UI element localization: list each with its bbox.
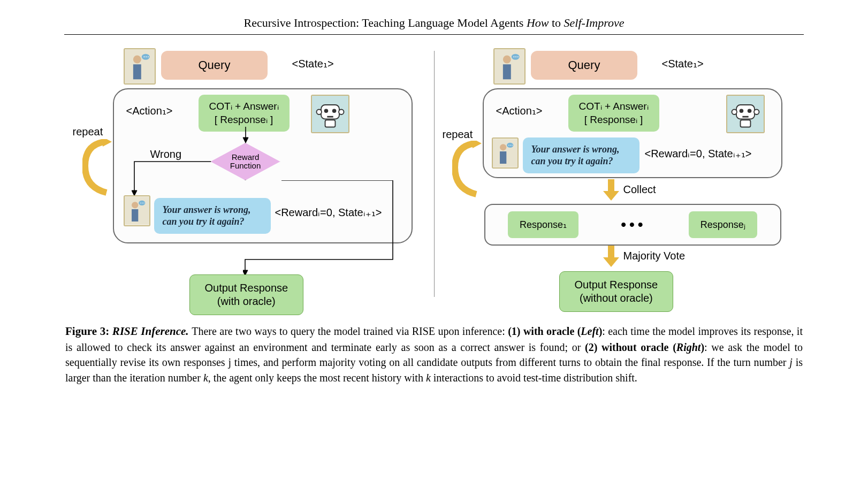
- caption-body-1: There are two ways to query the model tr…: [192, 325, 508, 337]
- svg-point-33: [739, 109, 743, 113]
- human-icon-small: [492, 137, 519, 169]
- repeat-label: repeat: [73, 126, 103, 138]
- dots: •••: [621, 216, 646, 233]
- robot-icon: [726, 95, 765, 133]
- left-panel: Query <State₁> <Action₁> COTᵢ + Answerᵢ …: [73, 45, 426, 313]
- collect-panel: Response₁ ••• Responseⱼ: [484, 204, 781, 246]
- query-box: Query: [161, 51, 268, 80]
- reward-state-label: <Rewardᵢ=0, Stateᵢ₊₁>: [645, 147, 752, 160]
- cot-line-1: COTᵢ + Answerᵢ: [209, 100, 279, 113]
- cot-box: COTᵢ + Answerᵢ [ Responseᵢ ]: [568, 95, 659, 132]
- repeat-arrow: [82, 139, 115, 198]
- output-line-1: Output Response: [205, 281, 288, 295]
- svg-marker-15: [243, 137, 248, 143]
- repeat-label: repeat: [443, 128, 473, 141]
- svg-point-9: [332, 109, 336, 113]
- reward-diamond: RewardFunction: [211, 143, 280, 180]
- caption-bold-1: (1) with oracle (: [508, 325, 581, 337]
- wrong-label: Wrong: [150, 148, 182, 161]
- state-label: <State₁>: [292, 57, 334, 70]
- diagram-container: Query <State₁> <Action₁> COTᵢ + Answerᵢ …: [64, 45, 804, 313]
- figure-caption: Figure 3: RISE Inference. There are two …: [64, 324, 804, 385]
- cot-line-1: COTᵢ + Answerᵢ: [579, 100, 649, 113]
- svg-point-22: [143, 203, 144, 204]
- collect-label: Collect: [623, 184, 656, 196]
- vertical-divider: [434, 51, 435, 297]
- figure-title: RISE Inference.: [109, 325, 192, 338]
- output-box: Output Response (with oracle): [189, 274, 304, 315]
- svg-rect-35: [742, 116, 748, 118]
- svg-rect-36: [740, 120, 750, 127]
- svg-point-12: [316, 110, 321, 114]
- cot-line-2: [ Responseᵢ ]: [579, 113, 649, 127]
- arrow-diamond-to-bubble: [132, 161, 212, 198]
- svg-point-8: [324, 109, 328, 113]
- title-mid: to: [549, 16, 564, 29]
- arrow-diamond-to-output: [243, 180, 403, 277]
- svg-point-37: [732, 110, 736, 114]
- svg-rect-10: [327, 116, 333, 118]
- title-italic-2: Self-Improve: [564, 16, 625, 29]
- query-box: Query: [531, 51, 638, 80]
- svg-point-42: [508, 145, 509, 146]
- output-line-2: (without oracle): [575, 292, 658, 305]
- svg-rect-48: [608, 246, 614, 258]
- svg-point-1: [133, 55, 141, 63]
- svg-point-38: [754, 110, 759, 114]
- response-j-box: Responseⱼ: [689, 211, 757, 238]
- output-line-1: Output Response: [575, 278, 658, 292]
- cot-box: COTᵢ + Answerᵢ [ Responseᵢ ]: [199, 95, 290, 132]
- repeat-arrow: [452, 141, 484, 200]
- cot-line-2: [ Responseᵢ ]: [209, 113, 279, 127]
- svg-point-18: [132, 202, 138, 208]
- collect-arrow: [603, 179, 619, 202]
- response-1-box: Response₁: [508, 211, 578, 238]
- human-icon: [493, 48, 526, 85]
- human-icon-small: [124, 195, 150, 226]
- svg-point-28: [513, 56, 514, 57]
- page-title: Recursive Introspection: Teaching Langua…: [64, 16, 804, 35]
- svg-rect-46: [608, 179, 614, 192]
- output-line-2: (with oracle): [205, 295, 288, 308]
- svg-point-44: [512, 145, 513, 146]
- svg-marker-47: [603, 191, 619, 201]
- majority-arrow: [603, 246, 619, 268]
- title-italic-1: How: [527, 16, 549, 29]
- caption-bold-1-italic: Left: [581, 325, 598, 337]
- svg-marker-23: [103, 139, 112, 147]
- arrow-cot-to-diamond: [242, 127, 249, 144]
- svg-point-20: [140, 203, 141, 204]
- figure-number: Figure 3:: [65, 325, 109, 338]
- svg-point-34: [747, 109, 751, 113]
- wrong-bubble: Your answer is wrong, can you try it aga…: [523, 137, 639, 173]
- caption-body-6: interactions to avoid test-time distribu…: [431, 372, 637, 384]
- caption-body-5: , the agent only keeps the most recent h…: [208, 372, 426, 384]
- majority-label: Majority Vote: [623, 250, 686, 262]
- robot-icon: [311, 95, 349, 133]
- svg-point-13: [339, 110, 344, 114]
- svg-point-3: [143, 56, 144, 57]
- action-label: <Action₁>: [496, 104, 543, 117]
- svg-point-29: [515, 56, 516, 57]
- caption-var-k2: k: [426, 372, 431, 384]
- svg-point-5: [147, 56, 148, 57]
- svg-point-30: [517, 56, 518, 57]
- svg-point-43: [510, 145, 511, 146]
- action-label: <Action₁>: [126, 104, 173, 117]
- svg-point-26: [502, 55, 511, 63]
- human-icon: [124, 48, 156, 85]
- svg-rect-11: [325, 120, 335, 127]
- svg-point-21: [142, 203, 143, 204]
- svg-point-40: [500, 144, 506, 150]
- title-prefix: Recursive Introspection: Teaching Langua…: [244, 16, 527, 29]
- right-panel: Query <State₁> <Action₁> COTᵢ + Answerᵢ …: [443, 45, 796, 313]
- svg-marker-49: [603, 257, 619, 267]
- caption-bold-2: (2) without oracle (: [585, 341, 676, 353]
- svg-point-4: [146, 56, 147, 57]
- caption-bold-2-italic: Right: [676, 341, 701, 353]
- state-label: <State₁>: [662, 57, 704, 70]
- diamond-text: RewardFunction: [230, 153, 261, 171]
- output-box: Output Response (without oracle): [559, 271, 674, 312]
- caption-var-k: k: [203, 372, 208, 384]
- svg-marker-45: [473, 141, 482, 148]
